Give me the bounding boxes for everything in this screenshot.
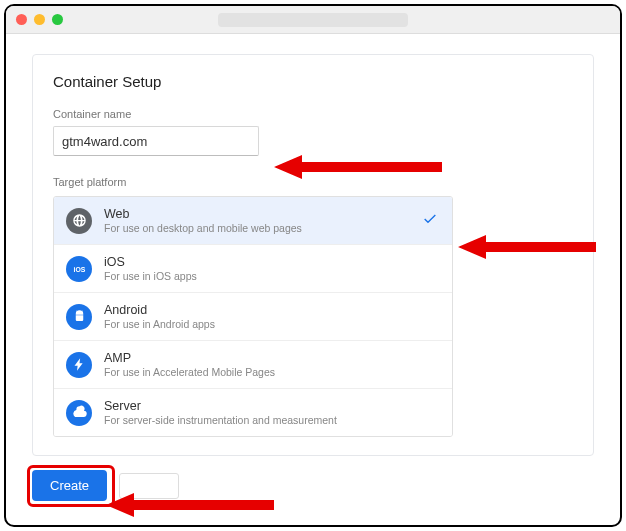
footer-actions: Create [32,470,594,501]
address-bar[interactable] [218,13,408,27]
web-icon [66,208,92,234]
platform-name: Web [104,207,302,221]
platform-item-server[interactable]: ServerFor server-side instrumentation an… [54,389,452,436]
platform-desc: For server-side instrumentation and meas… [104,414,337,426]
platform-desc: For use in Android apps [104,318,215,330]
platform-item-ios[interactable]: iOSiOSFor use in iOS apps [54,245,452,293]
platform-name: AMP [104,351,275,365]
create-button[interactable]: Create [32,470,107,501]
close-window-button[interactable] [16,14,27,25]
content-area: Container Setup Container name Target pl… [6,34,620,525]
window-titlebar [6,6,620,34]
ios-icon: iOS [66,256,92,282]
amp-icon [66,352,92,378]
platform-item-amp[interactable]: AMPFor use in Accelerated Mobile Pages [54,341,452,389]
checkmark-icon [422,211,438,231]
platform-name: Server [104,399,337,413]
android-icon [66,304,92,330]
platform-desc: For use in iOS apps [104,270,197,282]
page-title: Container Setup [53,73,573,90]
target-platform-label: Target platform [53,176,573,188]
cancel-button[interactable] [119,473,179,499]
traffic-lights [16,14,63,25]
platform-list: WebFor use on desktop and mobile web pag… [53,196,453,437]
container-setup-card: Container Setup Container name Target pl… [32,54,594,456]
container-name-label: Container name [53,108,573,120]
platform-item-web[interactable]: WebFor use on desktop and mobile web pag… [54,197,452,245]
maximize-window-button[interactable] [52,14,63,25]
platform-name: iOS [104,255,197,269]
platform-name: Android [104,303,215,317]
platform-desc: For use in Accelerated Mobile Pages [104,366,275,378]
server-icon [66,400,92,426]
platform-desc: For use on desktop and mobile web pages [104,222,302,234]
platform-item-android[interactable]: AndroidFor use in Android apps [54,293,452,341]
container-name-input[interactable] [53,126,259,156]
svg-text:iOS: iOS [73,266,85,273]
app-window: Container Setup Container name Target pl… [4,4,622,527]
minimize-window-button[interactable] [34,14,45,25]
